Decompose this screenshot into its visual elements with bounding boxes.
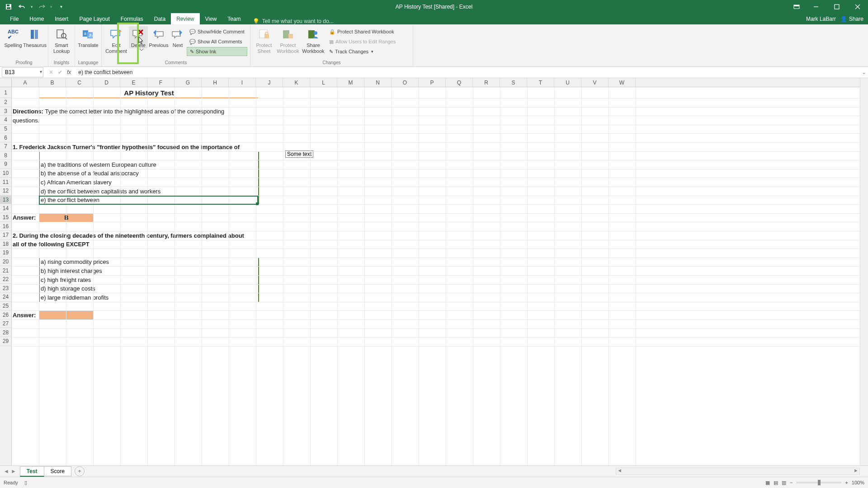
- row-header[interactable]: 13: [0, 196, 11, 205]
- fx-icon[interactable]: fx: [67, 69, 71, 75]
- row-header[interactable]: 16: [0, 222, 11, 231]
- row-header[interactable]: 8: [0, 151, 11, 160]
- tab-view[interactable]: View: [200, 13, 222, 24]
- select-all-corner[interactable]: [0, 78, 12, 87]
- column-header[interactable]: H: [202, 78, 229, 87]
- sheet-nav-prev-icon[interactable]: ◄: [4, 468, 9, 474]
- row-header[interactable]: 14: [0, 204, 11, 213]
- column-header[interactable]: Q: [446, 78, 473, 87]
- row-header[interactable]: 18: [0, 240, 11, 249]
- edit-comment-button[interactable]: Edit Comment: [104, 26, 128, 54]
- row-header[interactable]: 24: [0, 293, 11, 302]
- horizontal-scrollbar[interactable]: ◄ ►: [616, 468, 860, 475]
- formula-input[interactable]: e) the conflict between: [76, 69, 860, 75]
- zoom-slider[interactable]: [796, 482, 841, 483]
- show-all-comments-button[interactable]: 💬Show All Comments: [187, 37, 247, 46]
- track-changes-button[interactable]: ✎Track Changes▾: [326, 47, 398, 56]
- chevron-down-icon[interactable]: ▾: [40, 69, 42, 74]
- row-header[interactable]: 6: [0, 133, 11, 142]
- name-box[interactable]: B13 ▾: [2, 67, 43, 77]
- column-header[interactable]: F: [147, 78, 175, 87]
- page-layout-view-icon[interactable]: ▤: [774, 480, 778, 486]
- row-header[interactable]: 10: [0, 169, 11, 178]
- tab-file[interactable]: File: [5, 13, 24, 24]
- column-headers[interactable]: ABCDEFGHIJKLMNOPQRSTUVW: [12, 78, 860, 87]
- row-header[interactable]: 29: [0, 337, 11, 346]
- row-header[interactable]: 12: [0, 187, 11, 196]
- show-ink-button[interactable]: ✎Show Ink: [187, 47, 247, 56]
- column-header[interactable]: W: [609, 78, 636, 87]
- column-header[interactable]: I: [229, 78, 256, 87]
- column-header[interactable]: L: [310, 78, 337, 87]
- column-header[interactable]: J: [256, 78, 283, 87]
- row-header[interactable]: 7: [0, 142, 11, 151]
- expand-formula-bar-icon[interactable]: ⌄: [860, 69, 868, 75]
- row-header[interactable]: 21: [0, 266, 11, 275]
- tab-home[interactable]: Home: [24, 13, 49, 24]
- row-header[interactable]: 15: [0, 213, 11, 222]
- delete-comment-button[interactable]: Delete: [129, 26, 148, 48]
- row-header[interactable]: 1: [0, 87, 11, 98]
- ribbon-display-icon[interactable]: [788, 0, 806, 13]
- column-header[interactable]: G: [175, 78, 202, 87]
- column-header[interactable]: M: [337, 78, 364, 87]
- tell-me-search[interactable]: 💡 Tell me what you want to do...: [246, 18, 334, 24]
- sheet-nav-next-icon[interactable]: ►: [11, 468, 16, 474]
- signed-in-user[interactable]: Mark LaBarr: [806, 16, 836, 22]
- column-header[interactable]: V: [581, 78, 609, 87]
- row-header[interactable]: 27: [0, 319, 11, 328]
- column-header[interactable]: D: [93, 78, 120, 87]
- row-header[interactable]: 5: [0, 125, 11, 134]
- protect-workbook-button[interactable]: Protect Workbook: [276, 26, 300, 54]
- zoom-level[interactable]: 100%: [852, 480, 864, 485]
- maximize-icon[interactable]: [826, 0, 847, 13]
- tab-page-layout[interactable]: Page Layout: [74, 13, 115, 24]
- tab-formulas[interactable]: Formulas: [115, 13, 149, 24]
- column-header[interactable]: P: [419, 78, 446, 87]
- row-header[interactable]: 19: [0, 249, 11, 258]
- column-header[interactable]: A: [12, 78, 39, 87]
- column-header[interactable]: T: [527, 78, 554, 87]
- tab-review[interactable]: Review: [171, 13, 199, 24]
- row-header[interactable]: 20: [0, 258, 11, 267]
- row-header[interactable]: 3: [0, 107, 11, 116]
- share-button[interactable]: 👤 Share: [840, 16, 863, 22]
- normal-view-icon[interactable]: ▦: [765, 480, 770, 486]
- translate-button[interactable]: aあ Translate: [78, 26, 99, 48]
- spelling-button[interactable]: ABC✔ Spelling: [3, 26, 24, 48]
- column-header[interactable]: U: [554, 78, 581, 87]
- column-header[interactable]: N: [364, 78, 392, 87]
- close-icon[interactable]: [847, 0, 868, 13]
- new-sheet-button[interactable]: +: [75, 466, 85, 476]
- smart-lookup-button[interactable]: Smart Lookup: [51, 26, 72, 54]
- row-header[interactable]: 23: [0, 284, 11, 293]
- protect-sheet-button[interactable]: Protect Sheet: [253, 26, 275, 54]
- row-header[interactable]: 22: [0, 275, 11, 284]
- sheet-tab-score[interactable]: Score: [44, 466, 71, 476]
- page-break-view-icon[interactable]: ▥: [782, 480, 786, 486]
- zoom-out-icon[interactable]: −: [790, 480, 793, 485]
- row-header[interactable]: 28: [0, 328, 11, 337]
- column-header[interactable]: B: [39, 78, 66, 87]
- redo-icon[interactable]: [37, 2, 47, 12]
- next-comment-button[interactable]: Next: [170, 26, 186, 48]
- column-header[interactable]: O: [392, 78, 419, 87]
- row-headers[interactable]: 1234567891011121314151617181920212223242…: [0, 87, 12, 465]
- minimize-icon[interactable]: [806, 0, 826, 13]
- row-header[interactable]: 25: [0, 302, 11, 311]
- column-header[interactable]: E: [120, 78, 147, 87]
- column-header[interactable]: K: [283, 78, 310, 87]
- row-header[interactable]: 17: [0, 231, 11, 240]
- vertical-scrollbar[interactable]: [860, 78, 868, 465]
- zoom-in-icon[interactable]: +: [845, 480, 848, 485]
- thesaurus-button[interactable]: Thesaurus: [24, 26, 45, 48]
- column-header[interactable]: S: [500, 78, 527, 87]
- row-header[interactable]: 11: [0, 178, 11, 187]
- tab-insert[interactable]: Insert: [49, 13, 74, 24]
- grid-cells[interactable]: AP History Test Directions: Type the cor…: [12, 87, 860, 465]
- row-header[interactable]: 2: [0, 98, 11, 107]
- column-header[interactable]: C: [66, 78, 93, 87]
- save-icon[interactable]: [4, 2, 14, 12]
- tab-team[interactable]: Team: [222, 13, 246, 24]
- row-header[interactable]: 9: [0, 160, 11, 169]
